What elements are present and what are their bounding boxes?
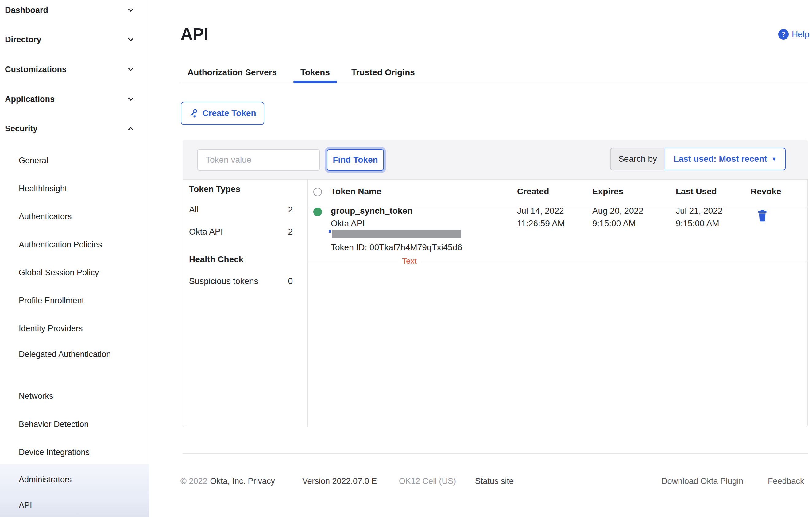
- chevron-down-icon: [126, 35, 135, 44]
- sidebar-item-directory[interactable]: Directory: [5, 35, 146, 45]
- active-tab-underline: [293, 81, 337, 83]
- col-revoke: Revoke: [751, 186, 781, 197]
- col-expires: Expires: [592, 186, 623, 197]
- chevron-down-icon: [126, 6, 135, 15]
- sidebar-item-label: Applications: [5, 94, 55, 104]
- sidebar-item-label: Customizations: [5, 65, 66, 74]
- sidebar-item-delegated-authentication[interactable]: Delegated Authentication: [19, 347, 113, 361]
- help-link[interactable]: ? Help: [778, 29, 810, 39]
- chevron-up-icon: [126, 124, 135, 133]
- sidebar-item-healthinsight[interactable]: HealthInsight: [19, 182, 113, 195]
- page-title: API: [180, 24, 208, 44]
- footer-feedback-link[interactable]: Feedback: [768, 477, 804, 486]
- filter-suspicious-count: 0: [281, 276, 293, 286]
- sidebar-item-general[interactable]: General: [19, 154, 113, 167]
- search-by-label: Search by: [610, 148, 665, 170]
- filter-suspicious-tokens[interactable]: Suspicious tokens: [189, 276, 258, 286]
- redaction-tick: [329, 230, 331, 233]
- sidebar-item-label: Directory: [5, 35, 41, 44]
- token-name[interactable]: group_synch_token: [331, 206, 412, 216]
- sidebar-item-security[interactable]: Security: [5, 124, 146, 134]
- footer-rule: [182, 454, 808, 454]
- sidebar-item-api[interactable]: API: [19, 498, 113, 512]
- chevron-down-icon: [126, 65, 135, 74]
- filter-all[interactable]: All: [189, 205, 199, 214]
- copyright-year: © 2022: [180, 477, 207, 486]
- token-id: Token ID: 00Tkaf7h4M79qTxi45d6: [331, 242, 462, 252]
- filter-all-count: 2: [281, 205, 293, 214]
- footer-download-plugin-link[interactable]: Download Okta Plugin: [661, 477, 743, 486]
- created-date: Jul 14, 2022: [517, 206, 564, 216]
- sidebar-item-dashboard[interactable]: Dashboard: [5, 5, 146, 15]
- table-row-rule: [308, 261, 807, 261]
- sidebar-item-profile-enrollment[interactable]: Profile Enrollment: [19, 294, 113, 307]
- sidebar-divider: [149, 0, 149, 517]
- help-label: Help: [792, 29, 810, 39]
- filter-okta-api-count: 2: [281, 227, 293, 237]
- sidebar-item-applications[interactable]: Applications: [5, 94, 146, 104]
- sidebar-item-behavior-detection[interactable]: Behavior Detection: [19, 418, 113, 431]
- find-token-button[interactable]: Find Token: [327, 149, 384, 171]
- last-used-time: 9:15:00 AM: [676, 219, 719, 228]
- sidebar-item-customizations[interactable]: Customizations: [5, 65, 146, 74]
- footer-cell: OK12 Cell (US): [399, 477, 456, 486]
- sidebar-item-administrators[interactable]: Administrators: [19, 473, 113, 486]
- key-plus-icon: [189, 108, 199, 118]
- sidebar-item-global-session-policy[interactable]: Global Session Policy: [19, 266, 113, 279]
- token-value-input[interactable]: [197, 149, 320, 171]
- footer-copyright: © 2022 Okta, Inc. Privacy: [180, 477, 275, 486]
- created-time: 11:26:59 AM: [517, 219, 564, 228]
- tab-authorization-servers[interactable]: Authorization Servers: [187, 67, 277, 77]
- okta-admin-page: Dashboard Directory Customizations Appli…: [0, 0, 812, 517]
- tokens-card: [182, 140, 808, 427]
- tab-trusted-origins[interactable]: Trusted Origins: [351, 67, 415, 77]
- panel-divider: [308, 180, 308, 427]
- sidebar-item-identity-providers[interactable]: Identity Providers: [19, 322, 113, 335]
- col-token-name: Token Name: [331, 186, 381, 197]
- revoke-trash-icon[interactable]: [757, 209, 768, 222]
- sidebar-item-authentication-policies[interactable]: Authentication Policies: [19, 238, 113, 252]
- sidebar-item-label: Dashboard: [5, 5, 48, 15]
- create-token-label: Create Token: [202, 108, 256, 118]
- expires-date: Aug 20, 2022: [592, 206, 643, 216]
- health-check-title: Health Check: [189, 255, 243, 264]
- sidebar-item-networks[interactable]: Networks: [19, 389, 113, 403]
- caret-down-icon: ▼: [772, 156, 777, 163]
- col-created: Created: [517, 186, 549, 197]
- footer-status-site-link[interactable]: Status site: [475, 477, 514, 486]
- annotation-label: Text: [398, 256, 421, 266]
- filter-okta-api[interactable]: Okta API: [189, 227, 223, 237]
- token-types-title: Token Types: [189, 184, 240, 194]
- tab-tokens[interactable]: Tokens: [300, 67, 330, 77]
- expires-time: 9:15:00 AM: [592, 219, 636, 228]
- col-last-used: Last Used: [676, 186, 717, 197]
- last-used-date: Jul 21, 2022: [676, 206, 723, 216]
- select-all-radio[interactable]: [313, 188, 322, 196]
- redacted-value-bar: [332, 230, 461, 238]
- chevron-down-icon: [126, 95, 135, 104]
- create-token-button[interactable]: Create Token: [181, 102, 264, 125]
- sidebar-item-device-integrations[interactable]: Device Integrations: [19, 446, 113, 459]
- token-type: Okta API: [331, 219, 365, 228]
- company-privacy-link[interactable]: Okta, Inc. Privacy: [210, 477, 275, 486]
- sidebar-item-label: Security: [5, 124, 38, 133]
- help-icon: ?: [778, 29, 789, 39]
- sort-dropdown[interactable]: Last used: Most recent ▼: [665, 148, 786, 170]
- token-status-dot: [313, 207, 322, 216]
- tabs-rule: [180, 83, 808, 83]
- sort-dropdown-value: Last used: Most recent: [674, 154, 767, 164]
- sidebar-item-authenticators[interactable]: Authenticators: [19, 210, 113, 223]
- footer-version: Version 2022.07.0 E: [302, 477, 377, 486]
